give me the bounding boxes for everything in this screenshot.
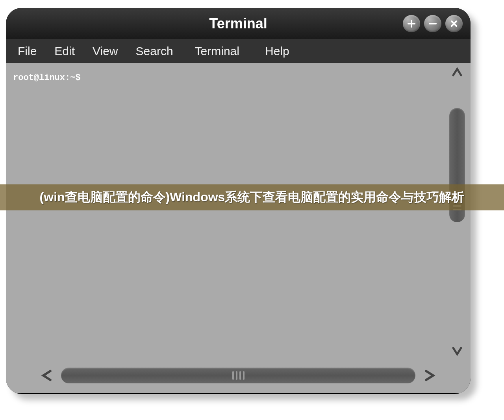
horizontal-scroll-track[interactable] [61, 368, 415, 383]
window-controls [403, 15, 463, 32]
menu-file[interactable]: File [18, 45, 37, 58]
vertical-scroll-track[interactable] [449, 81, 465, 342]
scroll-grip-icon [236, 371, 237, 380]
scroll-grip-icon [232, 371, 234, 380]
minus-icon [428, 19, 437, 28]
prompt-line: root@linux:~$ [13, 73, 440, 83]
vertical-scrollbar [448, 65, 466, 358]
plus-icon [407, 19, 416, 28]
minimize-button[interactable] [424, 15, 441, 32]
maximize-button[interactable] [403, 15, 420, 32]
scroll-up-arrow-icon[interactable] [450, 65, 464, 80]
horizontal-scroll-thumb[interactable] [61, 368, 415, 383]
menu-help[interactable]: Help [265, 45, 289, 58]
terminal-content[interactable]: root@linux:~$ [6, 63, 447, 362]
close-button[interactable] [445, 15, 463, 32]
menu-view[interactable]: View [93, 45, 118, 58]
scroll-grip-icon [243, 371, 245, 380]
overlay-banner: (win查电脑配置的命令)Windows系统下查看电脑配置的实用命令与技巧解析 [0, 184, 504, 210]
window-title: Terminal [209, 15, 267, 32]
scroll-right-arrow-icon[interactable] [419, 366, 439, 385]
scroll-down-arrow-icon[interactable] [450, 344, 464, 358]
overlay-text: (win查电脑配置的命令)Windows系统下查看电脑配置的实用命令与技巧解析 [40, 189, 465, 206]
menu-edit[interactable]: Edit [54, 45, 75, 58]
menubar: File Edit View Search Terminal Help [6, 39, 471, 63]
horizontal-scrollbar [37, 366, 439, 385]
scroll-grip-icon [239, 371, 241, 380]
scroll-left-arrow-icon[interactable] [37, 366, 57, 385]
titlebar: Terminal [6, 8, 471, 39]
menu-terminal[interactable]: Terminal [195, 45, 239, 58]
close-icon [449, 19, 459, 28]
terminal-body: root@linux:~$ [6, 63, 471, 393]
menu-search[interactable]: Search [136, 45, 173, 58]
